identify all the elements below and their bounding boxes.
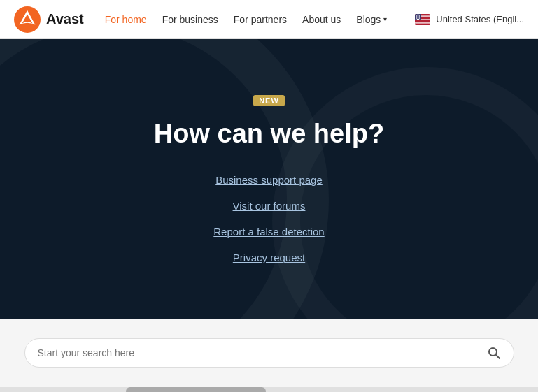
svg-point-18 [418, 16, 419, 17]
hero-links: Business support page Visit our forums R… [213, 174, 324, 263]
svg-point-16 [416, 16, 416, 17]
svg-point-15 [419, 15, 420, 16]
svg-point-25 [418, 18, 419, 19]
chevron-down-icon: ▾ [383, 15, 387, 23]
scrollbar-thumb[interactable] [126, 387, 266, 392]
svg-line-28 [495, 355, 500, 359]
svg-point-23 [416, 18, 416, 19]
logo-text: Avast [46, 11, 84, 27]
nav-about-us[interactable]: About us [302, 14, 341, 25]
privacy-request-link[interactable]: Privacy request [233, 252, 305, 263]
search-button[interactable] [487, 346, 501, 360]
hero-section: NEW How can we help? Business support pa… [0, 39, 538, 319]
logo[interactable]: Avast [14, 6, 84, 33]
svg-rect-5 [415, 20, 430, 21]
business-support-link[interactable]: Business support page [215, 174, 323, 186]
nav-for-business[interactable]: For business [162, 14, 218, 25]
svg-rect-7 [415, 24, 430, 24]
svg-point-9 [416, 14, 416, 15]
new-badge: NEW [253, 95, 285, 106]
navbar: Avast For home For business For partners… [0, 0, 538, 39]
false-detection-link[interactable]: Report a false detection [213, 226, 324, 238]
avast-logo-icon [14, 6, 41, 33]
search-input[interactable] [38, 347, 487, 358]
nav-blogs[interactable]: Blogs ▾ [356, 14, 387, 25]
hero-title: How can we help? [154, 119, 384, 149]
svg-point-14 [418, 15, 418, 16]
svg-point-21 [418, 17, 418, 18]
svg-point-20 [416, 17, 417, 18]
svg-point-19 [420, 16, 420, 17]
nav-links: For home For business For partners About… [105, 14, 416, 25]
search-icon [487, 346, 501, 360]
svg-rect-6 [415, 22, 430, 23]
svg-point-12 [420, 14, 420, 15]
scrollbar-track[interactable] [0, 387, 538, 392]
search-section [0, 319, 538, 387]
search-bar [24, 338, 514, 368]
nav-for-partners[interactable]: For partners [234, 14, 287, 25]
nav-for-home[interactable]: For home [105, 14, 147, 25]
svg-point-10 [417, 14, 418, 15]
svg-point-13 [416, 15, 417, 16]
svg-point-24 [417, 18, 418, 19]
nav-locale[interactable]: United States (Engli... [415, 14, 524, 25]
locale-text: United States (Engli... [436, 14, 524, 24]
flag-icon [415, 14, 430, 25]
svg-point-26 [420, 18, 420, 19]
svg-point-17 [417, 16, 418, 17]
visit-forums-link[interactable]: Visit our forums [233, 200, 306, 212]
svg-point-22 [419, 17, 420, 18]
svg-point-11 [418, 14, 419, 15]
